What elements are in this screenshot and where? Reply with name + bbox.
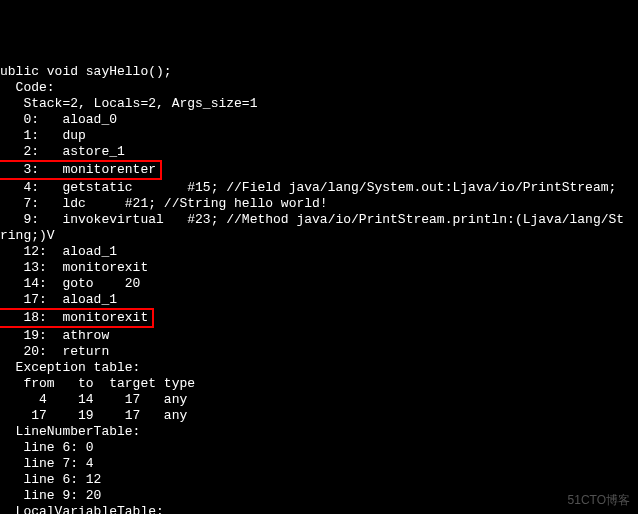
code-line: 12: aload_1 <box>0 244 638 260</box>
code-line: 9: invokevirtual #23; //Method java/io/P… <box>0 212 638 228</box>
code-line: 7: ldc #21; //String hello world! <box>0 196 638 212</box>
code-line: Code: <box>0 80 638 96</box>
code-line: LocalVariableTable: <box>0 504 638 514</box>
code-line: 20: return <box>0 344 638 360</box>
code-line: 4: getstatic #15; //Field java/lang/Syst… <box>0 180 638 196</box>
code-line: Stack=2, Locals=2, Args_size=1 <box>0 96 638 112</box>
code-line: 3: monitorenter <box>0 160 638 180</box>
watermark: 51CTO博客 <box>568 492 630 508</box>
code-line: 18: monitorexit <box>0 308 638 328</box>
code-line: line 9: 20 <box>0 488 638 504</box>
code-line: line 6: 12 <box>0 472 638 488</box>
code-line: 17 19 17 any <box>0 408 638 424</box>
code-line: Exception table: <box>0 360 638 376</box>
code-line: line 6: 0 <box>0 440 638 456</box>
bytecode-listing: ublic void sayHello(); Code: Stack=2, Lo… <box>0 64 638 514</box>
highlight-box: 3: monitorenter <box>0 160 162 180</box>
code-line: from to target type <box>0 376 638 392</box>
code-line: 17: aload_1 <box>0 292 638 308</box>
code-line: 1: dup <box>0 128 638 144</box>
code-line: 13: monitorexit <box>0 260 638 276</box>
code-line: ring;)V <box>0 228 638 244</box>
code-line: 19: athrow <box>0 328 638 344</box>
code-line: LineNumberTable: <box>0 424 638 440</box>
code-line: 2: astore_1 <box>0 144 638 160</box>
code-line: line 7: 4 <box>0 456 638 472</box>
code-line: 0: aload_0 <box>0 112 638 128</box>
code-line: 14: goto 20 <box>0 276 638 292</box>
highlight-box: 18: monitorexit <box>0 308 154 328</box>
code-line: 4 14 17 any <box>0 392 638 408</box>
code-line: ublic void sayHello(); <box>0 64 638 80</box>
